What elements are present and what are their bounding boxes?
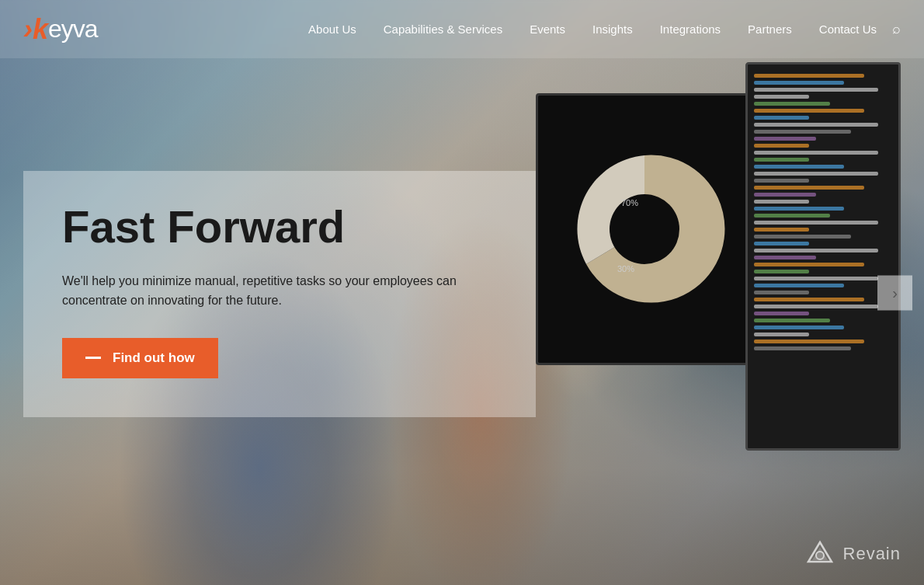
- nav-item-integrations[interactable]: Integrations: [660, 23, 721, 37]
- nav-link-events[interactable]: Events: [530, 23, 565, 36]
- code-line: [754, 249, 878, 252]
- code-line: [754, 291, 809, 294]
- code-line: [754, 123, 878, 127]
- nav-item-insights[interactable]: Insights: [592, 23, 633, 37]
- code-display: [748, 64, 898, 360]
- code-line: [754, 137, 816, 141]
- nav-link-partners[interactable]: Partners: [748, 23, 792, 36]
- nav-item-capabilities[interactable]: Capabilities & Services: [384, 23, 502, 37]
- code-line: [754, 270, 809, 273]
- code-line: [754, 277, 878, 280]
- search-icon: ⌕: [892, 21, 901, 37]
- code-line: [754, 242, 809, 245]
- code-line: [754, 312, 809, 315]
- nav-link-about[interactable]: About Us: [308, 23, 356, 36]
- code-line: [754, 228, 809, 232]
- code-line: [754, 158, 809, 162]
- code-line: [754, 88, 878, 92]
- hero-subtitle: We'll help you minimize manual, repetiti…: [62, 271, 466, 311]
- code-line: [754, 165, 844, 169]
- code-line: [754, 346, 851, 350]
- code-line: [754, 263, 864, 266]
- code-line: [754, 326, 844, 329]
- revain-logo-icon: [804, 538, 835, 569]
- code-line: [754, 116, 809, 120]
- code-line: [754, 144, 809, 148]
- code-line: [754, 207, 844, 211]
- code-line: [754, 214, 830, 218]
- logo-k-icon: ›k: [23, 16, 48, 44]
- code-line: [754, 298, 864, 301]
- chevron-right-icon: ›: [892, 284, 898, 301]
- pie-chart: 70% 30%: [559, 144, 730, 315]
- code-line: [754, 74, 864, 78]
- code-line: [754, 95, 809, 99]
- monitor-left: 70% 30%: [536, 93, 753, 365]
- hero-title: Fast Forward: [62, 202, 497, 252]
- nav-link-integrations[interactable]: Integrations: [660, 23, 721, 36]
- code-line: [754, 109, 864, 113]
- code-line: [754, 193, 816, 197]
- code-line: [754, 221, 878, 225]
- carousel-next-button[interactable]: ›: [877, 275, 912, 310]
- watermark: Revain: [804, 538, 901, 569]
- code-line: [754, 102, 830, 106]
- code-line: [754, 81, 844, 85]
- cta-label: Find out how: [113, 350, 195, 366]
- code-line: [754, 305, 878, 308]
- code-line: [754, 235, 851, 239]
- hero-content-box: Fast Forward We'll help you minimize man…: [23, 171, 536, 417]
- code-line: [754, 200, 809, 204]
- nav-item-events[interactable]: Events: [530, 23, 565, 37]
- nav-link-capabilities[interactable]: Capabilities & Services: [384, 23, 502, 36]
- cta-button[interactable]: Find out how: [62, 338, 218, 378]
- nav-links: About Us Capabilities & Services Events …: [308, 23, 877, 37]
- code-line: [754, 340, 864, 343]
- code-line: [754, 333, 809, 336]
- nav-link-contact[interactable]: Contact Us: [819, 23, 877, 36]
- code-line: [754, 186, 864, 190]
- monitor-right: [745, 62, 901, 451]
- code-line: [754, 256, 816, 259]
- cta-dash-icon: [85, 357, 101, 359]
- logo-text: eyva: [48, 15, 98, 44]
- nav-link-insights[interactable]: Insights: [592, 23, 633, 36]
- nav-item-partners[interactable]: Partners: [748, 23, 792, 37]
- code-line: [754, 151, 878, 155]
- search-button[interactable]: ⌕: [892, 21, 901, 37]
- code-line: [754, 284, 844, 287]
- nav-item-contact[interactable]: Contact Us: [819, 23, 877, 37]
- svg-text:70%: 70%: [621, 198, 638, 207]
- code-line: [754, 172, 878, 176]
- code-line: [754, 179, 809, 183]
- svg-point-0: [610, 194, 679, 264]
- code-line: [754, 319, 830, 322]
- logo[interactable]: ›k eyva: [23, 15, 98, 44]
- nav-item-about[interactable]: About Us: [308, 23, 356, 37]
- code-line: [754, 130, 851, 134]
- watermark-text: Revain: [843, 544, 901, 564]
- svg-text:30%: 30%: [617, 264, 634, 273]
- main-navigation: ›k eyva About Us Capabilities & Services…: [0, 0, 924, 58]
